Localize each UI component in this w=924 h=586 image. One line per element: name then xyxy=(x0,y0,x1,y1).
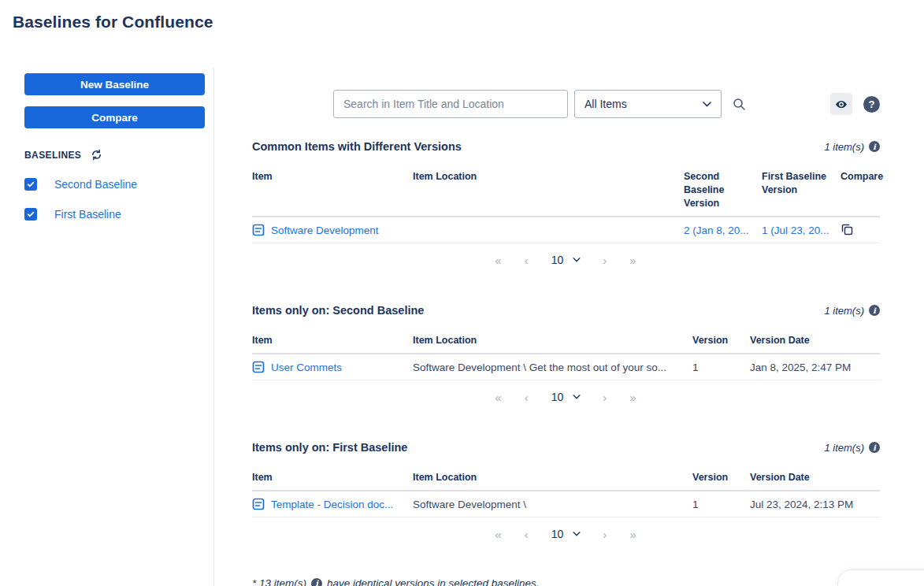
page-icon xyxy=(252,224,265,236)
chevron-down-icon xyxy=(573,258,581,262)
table-row: Software Development 2 (Jan 8, 20... 1 (… xyxy=(252,217,880,243)
item-link[interactable]: User Commets xyxy=(271,362,342,373)
item-count-text: 1 item(s) xyxy=(824,305,864,317)
baselines-header: BASELINES xyxy=(24,149,205,161)
baselines-label: BASELINES xyxy=(24,150,81,161)
sidebar: New Baseline Compare BASELINES xyxy=(0,68,214,586)
checkbox-checked-icon[interactable] xyxy=(24,208,37,221)
prev-page-button[interactable]: ‹ xyxy=(514,391,540,404)
chevron-down-icon xyxy=(573,395,581,399)
page-icon xyxy=(252,498,265,510)
item-filter-select[interactable]: All Items xyxy=(574,90,722,118)
eye-icon-button[interactable] xyxy=(830,93,852,115)
last-page-button[interactable]: » xyxy=(618,391,648,404)
second-baseline-items-table: Item Item Location Version Version Date xyxy=(252,334,880,380)
first-page-button[interactable]: « xyxy=(484,391,513,404)
next-page-button[interactable]: › xyxy=(592,391,618,404)
page-size-select[interactable]: 10 xyxy=(540,528,592,540)
version-cell: 1 xyxy=(692,499,750,510)
first-baseline-version-link[interactable]: 1 (Jul 23, 20... xyxy=(762,224,829,236)
column-header-item: Item xyxy=(252,334,413,353)
version-date-cell: Jul 23, 2024, 2:13 PM xyxy=(750,499,879,510)
table-header-row: Item Item Location Version Version Date xyxy=(252,334,880,354)
column-header-version: Version xyxy=(692,471,750,490)
main-content: All Items xyxy=(214,68,924,586)
search-input[interactable] xyxy=(333,90,568,118)
identical-items-text: have identical versions in selected base… xyxy=(327,577,539,586)
page-size-select[interactable]: 10 xyxy=(540,254,592,266)
item-count: 1 item(s) i xyxy=(824,442,880,454)
next-page-button[interactable]: › xyxy=(592,528,618,541)
info-icon[interactable]: i xyxy=(869,442,880,453)
baselines-page: Baselines for Confluence New Baseline Co… xyxy=(0,0,924,586)
page-size-value: 10 xyxy=(551,254,564,266)
page-header: Baselines for Confluence xyxy=(0,0,924,35)
column-header-first-baseline-version: First Baseline Version xyxy=(762,170,841,216)
search-icon[interactable] xyxy=(733,98,746,111)
first-baseline-link[interactable]: First Baseline xyxy=(54,208,121,221)
identical-items-count: * 13 item(s) xyxy=(252,577,306,586)
column-header-version-date: Version Date xyxy=(750,471,879,490)
common-items-table: Item Item Location Second Baseline Versi… xyxy=(252,170,880,243)
section-title: Common Items with Different Versions xyxy=(252,140,462,153)
identical-items-note: * 13 item(s) i have identical versions i… xyxy=(252,577,539,586)
table-row: User Commets Software Development \ Get … xyxy=(252,354,880,380)
section-title: Items only on: First Baseline xyxy=(252,441,407,454)
info-icon[interactable]: i xyxy=(869,141,880,152)
column-header-version-date: Version Date xyxy=(750,334,879,353)
new-baseline-button[interactable]: New Baseline xyxy=(24,73,205,95)
eye-icon xyxy=(835,98,848,110)
item-link[interactable]: Template - Decision doc... xyxy=(271,499,393,510)
column-header-second-baseline-version: Second Baseline Version xyxy=(684,170,762,216)
pagination: « ‹ 10 › » xyxy=(252,525,880,543)
help-icon[interactable]: ? xyxy=(863,96,880,113)
item-location-cell: Software Development \ xyxy=(413,499,692,510)
prev-page-button[interactable]: ‹ xyxy=(514,254,540,267)
chevron-down-icon xyxy=(573,532,581,536)
last-page-button[interactable]: » xyxy=(618,528,648,541)
sidebar-item-first-baseline[interactable]: First Baseline xyxy=(24,208,205,221)
item-count-text: 1 item(s) xyxy=(824,141,864,153)
compare-button[interactable]: Compare xyxy=(24,106,205,128)
prev-page-button[interactable]: ‹ xyxy=(514,528,540,541)
section-header-common-items: Common Items with Different Versions 1 i… xyxy=(252,140,880,153)
table-header-row: Item Item Location Second Baseline Versi… xyxy=(252,170,880,217)
item-filter-value: All Items xyxy=(584,98,627,110)
table-row: Template - Decision doc... Software Deve… xyxy=(252,491,880,517)
item-link[interactable]: Software Development xyxy=(271,224,379,236)
version-cell: 1 xyxy=(692,362,750,373)
info-icon[interactable]: i xyxy=(311,578,322,586)
pagination: « ‹ 10 › » xyxy=(252,250,880,269)
first-page-button[interactable]: « xyxy=(484,254,513,267)
page-size-select[interactable]: 10 xyxy=(540,391,592,403)
column-header-item-location: Item Location xyxy=(413,471,692,490)
chevron-down-icon xyxy=(703,102,711,107)
sidebar-item-second-baseline[interactable]: Second Baseline xyxy=(24,178,205,191)
checkbox-checked-icon[interactable] xyxy=(24,178,37,191)
section-title: Items only on: Second Baseline xyxy=(252,304,424,317)
item-count: 1 item(s) i xyxy=(824,305,880,317)
first-baseline-items-table: Item Item Location Version Version Date xyxy=(252,471,880,517)
section-header-second-baseline-items: Items only on: Second Baseline 1 item(s)… xyxy=(252,304,880,317)
item-count: 1 item(s) i xyxy=(824,141,880,153)
column-header-item-location: Item Location xyxy=(413,334,692,353)
pagination: « ‹ 10 › » xyxy=(252,388,880,406)
version-date-cell: Jan 8, 2025, 2:47 PM xyxy=(750,362,879,373)
second-baseline-version-link[interactable]: 2 (Jan 8, 20... xyxy=(684,224,749,236)
page-icon xyxy=(252,361,265,373)
compare-copy-icon[interactable] xyxy=(841,223,853,236)
floating-widget-partial[interactable] xyxy=(837,569,924,586)
next-page-button[interactable]: › xyxy=(592,254,618,267)
first-page-button[interactable]: « xyxy=(484,528,513,541)
section-header-first-baseline-items: Items only on: First Baseline 1 item(s) … xyxy=(252,441,880,454)
info-icon[interactable]: i xyxy=(869,305,880,316)
item-count-text: 1 item(s) xyxy=(824,442,864,454)
refresh-icon[interactable] xyxy=(91,149,102,161)
item-location-cell: Software Development \ Get the most out … xyxy=(413,362,692,373)
column-header-compare: Compare xyxy=(841,170,879,216)
last-page-button[interactable]: » xyxy=(618,254,648,267)
second-baseline-link[interactable]: Second Baseline xyxy=(54,178,137,191)
page-title: Baselines for Confluence xyxy=(13,9,911,35)
table-header-row: Item Item Location Version Version Date xyxy=(252,471,880,491)
column-header-version: Version xyxy=(692,334,750,353)
